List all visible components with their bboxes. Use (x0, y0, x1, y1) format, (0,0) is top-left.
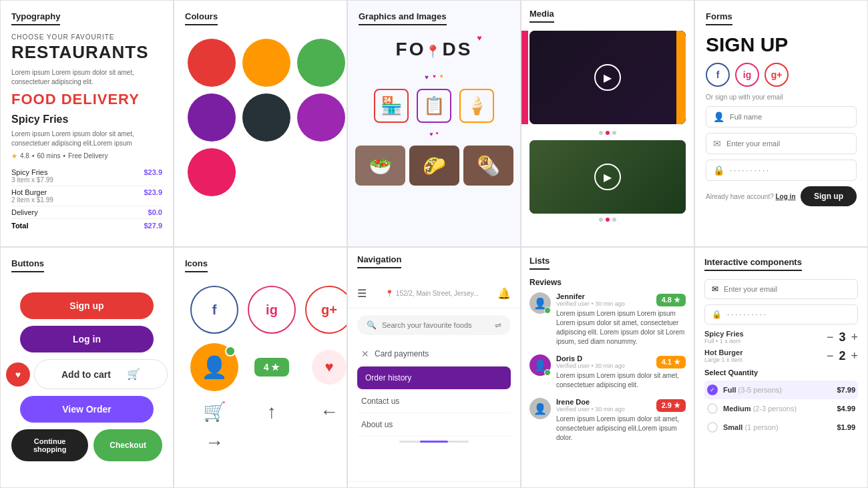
option-medium[interactable]: Medium (2-3 persons) $4.99 (704, 399, 858, 418)
select-title: Select Quantity (704, 369, 858, 377)
signup-btn[interactable]: Sign up (801, 186, 857, 206)
full-name-input[interactable] (730, 113, 849, 121)
radio-small (707, 422, 718, 433)
view-order-button[interactable]: View Order (20, 396, 154, 423)
ice-cream-icon: 🍦 (459, 89, 494, 123)
filter-icon[interactable]: ⇌ (495, 320, 501, 330)
reviewer-badge-1 (544, 307, 551, 314)
int-email-input[interactable] (724, 285, 851, 293)
reviewer-text-2: Lorem ipsum Lorem ipsum dolor sit amet, … (556, 371, 686, 390)
dot-5[interactable] (606, 218, 610, 222)
signup-button[interactable]: Sign up (20, 292, 154, 319)
int-email-field[interactable]: ✉ (704, 279, 858, 299)
order-row-1: Spicy Fries3 item x $7.99 $23.9 (11, 166, 162, 186)
food-img-3: 🌯 (463, 146, 513, 186)
login-button[interactable]: Log in (20, 326, 154, 352)
nav-item-contact[interactable]: Contact us (357, 390, 511, 413)
colour-dark (242, 93, 290, 142)
hot-burger-decrement[interactable]: − (827, 349, 834, 363)
email-input[interactable] (726, 140, 849, 148)
option-full[interactable]: Full (3-5 persons) $7.99 (704, 381, 858, 399)
int-email-icon: ✉ (712, 284, 718, 294)
hot-burger-qty: 2 (839, 349, 845, 363)
decorative-hearts: ♥ ♥ ♥ (425, 73, 443, 81)
reviewer-name-3: Irene Doe (556, 398, 625, 406)
nav-search[interactable]: 🔍 ⇌ (357, 315, 511, 335)
dot-1 (599, 131, 603, 135)
heart-deco-3: ♥ (440, 73, 443, 81)
continue-shopping-button[interactable]: Continue shopping (11, 429, 88, 461)
spicy-fries-qty: 3 (839, 330, 845, 344)
facebook-btn[interactable]: f (706, 63, 730, 87)
nav-item-about[interactable]: About us (357, 413, 511, 437)
rating-badge-2: 4.1 ★ (656, 356, 686, 369)
lists-title: Lists (529, 256, 550, 270)
hamburger-icon[interactable]: ☰ (357, 287, 367, 300)
option-small[interactable]: Small (1 person) $1.99 (704, 418, 858, 437)
password-field[interactable]: 🔒 (706, 160, 857, 181)
checkout-button[interactable]: Checkout (93, 429, 162, 461)
nav-header: ☰ 📍 152/2, Main Street, Jersey... 🔔 (348, 279, 520, 308)
reviewer-text-1: Lorem ipsum Lorem ipsum Lorem ipsum Lore… (556, 309, 686, 346)
search-input[interactable] (382, 321, 489, 329)
google-plus-btn[interactable]: g+ (765, 63, 789, 87)
scroll-thumb (420, 441, 447, 443)
instagram-btn[interactable]: ig (735, 63, 759, 87)
int-password-field[interactable]: 🔒 (704, 304, 858, 324)
rating-badge-1: 4.8 ★ (656, 294, 686, 306)
time-value: 60 mins (37, 152, 60, 160)
review-item-2: 👤 Doris D Verified user • 30 min ago 4.1… (529, 354, 686, 390)
spicy-fries-decrement[interactable]: − (827, 330, 834, 344)
spicy-fries-sub: Full • 1 x item (704, 338, 744, 344)
nav-title: Navigation (357, 254, 401, 268)
delivery-label: Free Delivery (68, 152, 107, 160)
item-name-1: Spicy Fries (11, 168, 53, 176)
order-row-2: Hot Burger2 item x $1.99 $23.9 (11, 186, 162, 206)
interactive-title: Interactive components (704, 257, 802, 271)
heart-btn[interactable]: ♥ (6, 362, 30, 387)
media-video-2[interactable]: ▶ (529, 140, 686, 214)
full-name-field[interactable]: 👤 (706, 106, 857, 128)
heart-deco-2: ♥ (433, 73, 436, 81)
nav-item-card-payments[interactable]: ✕ Card payments (357, 342, 511, 367)
icon-arrow-up: ↑ (267, 401, 276, 423)
reviewer-name-2: Doris D (556, 354, 625, 362)
icon-cart: 🛒 (203, 401, 226, 423)
password-input[interactable] (730, 166, 849, 174)
icon-rating-badge: 4 ★ (254, 358, 290, 377)
order-total: Total $27.9 (11, 219, 162, 232)
graphics-inner: FO📍DS ♥ ♥ ♥ ♥ 🏪 📋 🍦 ♥ ♥ 🥗 🌮 🌯 (359, 33, 509, 186)
reviewer-info-3: Irene Doe Verified user • 30 min ago 2.9… (556, 398, 686, 443)
spicy-fries-increment[interactable]: + (851, 330, 858, 344)
play-btn-1[interactable]: ▶ (594, 64, 621, 91)
star-icon: ★ (11, 152, 17, 160)
reviewer-avatar-1: 👤 (529, 292, 551, 314)
dot-sep2: • (63, 152, 65, 160)
email-icon: ✉ (713, 138, 721, 149)
bell-icon[interactable]: 🔔 (497, 287, 511, 300)
nav-bottom-bar: 🔍 Explore 📍 Near Me 🛒 My Cart 👤 Profl (348, 481, 520, 488)
icons-title: Icons (185, 258, 208, 272)
hot-burger-increment[interactable]: + (851, 349, 858, 363)
reviews-heading: Reviews (529, 278, 686, 287)
heart-icon: ♥ (477, 33, 481, 43)
add-to-cart-button[interactable]: Add to cart 🛒 (34, 359, 168, 389)
hot-burger-qty-ctrl: − 2 + (827, 349, 858, 363)
play-btn-2[interactable]: ▶ (594, 164, 621, 190)
total-price: $27.9 (144, 222, 162, 230)
order-row-delivery: Delivery $0.0 (11, 206, 162, 219)
int-password-input[interactable] (727, 310, 851, 318)
nav-menu-list: ✕ Card payments Order history Contact us… (348, 342, 520, 437)
dot-2[interactable] (606, 131, 610, 135)
email-field[interactable]: ✉ (706, 133, 857, 154)
item-sub-2: 2 item x $1.99 (11, 196, 53, 204)
nav-item-order-history[interactable]: Order history (357, 367, 511, 390)
or-text: Or sign up with your email (706, 93, 857, 101)
navigation-panel: Navigation ☰ 📍 152/2, Main Street, Jerse… (347, 247, 521, 488)
review-item-3: 👤 Irene Doe Verified user • 30 min ago 2… (529, 398, 686, 443)
pin-icon: 📍 (425, 45, 442, 58)
reviewer-badge-2 (544, 369, 551, 376)
media-video-1[interactable]: ▶ (529, 31, 686, 124)
login-link[interactable]: Log in (776, 193, 796, 200)
icon-arrow-right: → (205, 432, 224, 453)
